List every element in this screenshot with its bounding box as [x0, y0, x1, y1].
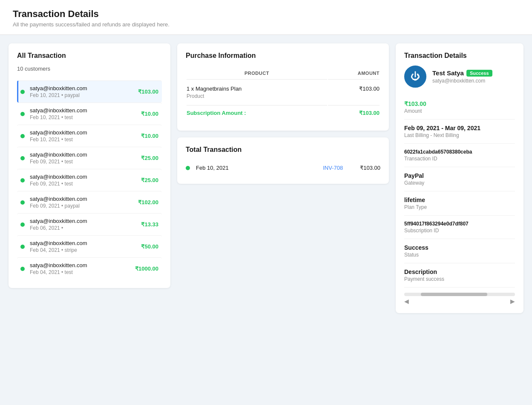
- transaction-item[interactable]: satya@inboxkitten.com Feb 10, 2021 • pay…: [17, 80, 162, 103]
- col-amount: AMOUNT: [328, 67, 380, 80]
- transaction-email: satya@inboxkitten.com: [30, 240, 141, 246]
- transaction-info: satya@inboxkitten.com Feb 09, 2021 • tes…: [30, 151, 141, 165]
- amount-value: ₹103.00: [404, 100, 515, 107]
- transaction-info: satya@inboxkitten.com Feb 09, 2021 • pay…: [30, 196, 138, 209]
- col-product: PRODUCT: [187, 67, 327, 80]
- scroll-arrows: ◀ ▶: [404, 298, 515, 305]
- transaction-email: satya@inboxkitten.com: [30, 262, 135, 268]
- user-email: satya@inboxkitten.com: [432, 78, 492, 84]
- description-detail: Description Payment success: [404, 263, 515, 288]
- transaction-dot: [20, 267, 25, 271]
- transaction-meta: Feb 09, 2021 • paypal: [30, 203, 138, 209]
- transaction-meta: Feb 09, 2021 • test: [30, 181, 141, 187]
- transaction-dot: [20, 112, 25, 116]
- total-transaction-title: Total Transaction: [186, 146, 380, 154]
- total-amount: ₹103.00: [360, 165, 380, 171]
- description-title: Description: [404, 268, 515, 275]
- details-header: ⏻ Test Satya Success satya@inboxkitten.c…: [404, 66, 515, 88]
- product-label: Product: [187, 93, 327, 99]
- power-icon: ⏻: [411, 71, 420, 82]
- transaction-info: satya@inboxkitten.com Feb 04, 2021 • str…: [30, 240, 141, 253]
- user-name: Test Satya Success: [432, 69, 492, 77]
- transaction-item[interactable]: satya@inboxkitten.com Feb 09, 2021 • tes…: [17, 147, 162, 169]
- transaction-dot: [20, 156, 25, 160]
- description-value: Payment success: [404, 276, 515, 282]
- scrollbar-thumb: [421, 293, 487, 296]
- transaction-meta: Feb 04, 2021 • stripe: [30, 247, 141, 253]
- subscription-label: Subscription Amount :: [187, 105, 327, 121]
- transaction-item[interactable]: satya@inboxkitten.com Feb 04, 2021 • tes…: [17, 257, 162, 280]
- status-detail: Success Status: [404, 239, 515, 263]
- horizontal-scrollbar[interactable]: [404, 293, 515, 296]
- transaction-dot: [20, 222, 25, 227]
- transaction-info: satya@inboxkitten.com Feb 10, 2021 • pay…: [30, 85, 138, 98]
- total-dot: [186, 166, 190, 170]
- transaction-info: satya@inboxkitten.com Feb 10, 2021 • tes…: [30, 129, 141, 143]
- billing-detail: Feb 09, 2021 - Mar 09, 2021 Last Billing…: [404, 120, 515, 144]
- transaction-amount: ₹1000.00: [135, 265, 158, 272]
- transaction-amount: ₹50.00: [141, 243, 158, 250]
- transaction-meta: Feb 09, 2021 • test: [30, 159, 141, 165]
- avatar: ⏻: [404, 66, 426, 88]
- purchase-table: PRODUCT AMOUNT 1 x Magnetbrains Plan Pro…: [186, 66, 380, 122]
- total-transaction-card: Total Transaction Feb 10, 2021 INV-708 ₹…: [177, 137, 389, 184]
- transaction-amount: ₹10.00: [141, 133, 158, 139]
- purchase-info-title: Purchase Information: [186, 52, 380, 60]
- transaction-amount: ₹10.00: [141, 111, 158, 117]
- amount-label: Amount: [404, 108, 515, 114]
- billing-label: Last Billing - Next Billing: [404, 132, 515, 138]
- subscription-id-label: Subscription ID: [404, 228, 515, 234]
- transaction-email: satya@inboxkitten.com: [30, 151, 141, 158]
- transaction-item[interactable]: satya@inboxkitten.com Feb 10, 2021 • tes…: [17, 125, 162, 147]
- purchase-info-card: Purchase Information PRODUCT AMOUNT 1 x …: [177, 43, 389, 131]
- total-date: Feb 10, 2021: [196, 165, 323, 171]
- transaction-dot: [20, 178, 25, 183]
- transaction-item[interactable]: satya@inboxkitten.com Feb 06, 2021 • ₹13…: [17, 213, 162, 235]
- transaction-email: satya@inboxkitten.com: [30, 129, 141, 136]
- gateway-label: Gateway: [404, 180, 515, 186]
- subscription-id-detail: 5ff94017f863294e0d7df807 Subscription ID: [404, 216, 515, 239]
- transaction-meta: Feb 06, 2021 •: [30, 225, 141, 231]
- transaction-item[interactable]: satya@inboxkitten.com Feb 09, 2021 • tes…: [17, 169, 162, 191]
- transaction-email: satya@inboxkitten.com: [30, 174, 141, 180]
- customer-count: 10 customers: [17, 66, 162, 76]
- transaction-id-detail: 6022fa1cabda65708380ceba Transaction ID: [404, 144, 515, 167]
- transaction-item[interactable]: satya@inboxkitten.com Feb 09, 2021 • pay…: [17, 191, 162, 213]
- transaction-meta: Feb 10, 2021 • test: [30, 137, 141, 143]
- transaction-dot: [20, 245, 25, 249]
- main-content: All Transaction 10 customers satya@inbox…: [0, 35, 532, 322]
- plan-type-label: Plan Type: [404, 204, 515, 210]
- total-invoice[interactable]: INV-708: [323, 165, 343, 171]
- transaction-meta: Feb 10, 2021 • paypal: [30, 92, 138, 98]
- transaction-info: satya@inboxkitten.com Feb 10, 2021 • tes…: [30, 107, 141, 120]
- scroll-left-arrow[interactable]: ◀: [404, 298, 409, 305]
- page-header: Transaction Details All the payments suc…: [0, 0, 532, 35]
- product-amount: ₹103.00: [328, 80, 380, 104]
- transaction-dot: [20, 200, 25, 205]
- transaction-dot: [20, 90, 25, 94]
- all-transaction-title: All Transaction: [17, 52, 162, 60]
- user-info: Test Satya Success satya@inboxkitten.com: [432, 69, 492, 84]
- subscription-amount: ₹103.00: [328, 105, 380, 121]
- transaction-info: satya@inboxkitten.com Feb 06, 2021 •: [30, 218, 141, 231]
- product-row: 1 x Magnetbrains Plan Product ₹103.00: [187, 80, 380, 104]
- transaction-id-value: 6022fa1cabda65708380ceba: [404, 149, 515, 155]
- plan-type-detail: lifetime Plan Type: [404, 191, 515, 216]
- transaction-amount: ₹25.00: [141, 155, 158, 161]
- transaction-id-label: Transaction ID: [404, 156, 515, 162]
- transaction-item[interactable]: satya@inboxkitten.com Feb 04, 2021 • str…: [17, 235, 162, 257]
- status-value: Success: [404, 244, 515, 251]
- transaction-list: satya@inboxkitten.com Feb 10, 2021 • pay…: [17, 80, 162, 280]
- middle-panel: Purchase Information PRODUCT AMOUNT 1 x …: [177, 43, 389, 184]
- amount-detail: ₹103.00 Amount: [404, 95, 515, 120]
- right-panel: Transaction Details ⏻ Test Satya Success…: [396, 43, 523, 313]
- gateway-value: PayPal: [404, 172, 515, 179]
- gateway-detail: PayPal Gateway: [404, 167, 515, 191]
- transaction-item[interactable]: satya@inboxkitten.com Feb 10, 2021 • tes…: [17, 103, 162, 125]
- transaction-meta: Feb 10, 2021 • test: [30, 114, 141, 120]
- status-badge: Success: [466, 70, 492, 77]
- transaction-details-title: Transaction Details: [404, 52, 515, 60]
- plan-type-value: lifetime: [404, 197, 515, 203]
- transaction-amount: ₹13.33: [141, 221, 158, 228]
- scroll-right-arrow[interactable]: ▶: [510, 298, 515, 305]
